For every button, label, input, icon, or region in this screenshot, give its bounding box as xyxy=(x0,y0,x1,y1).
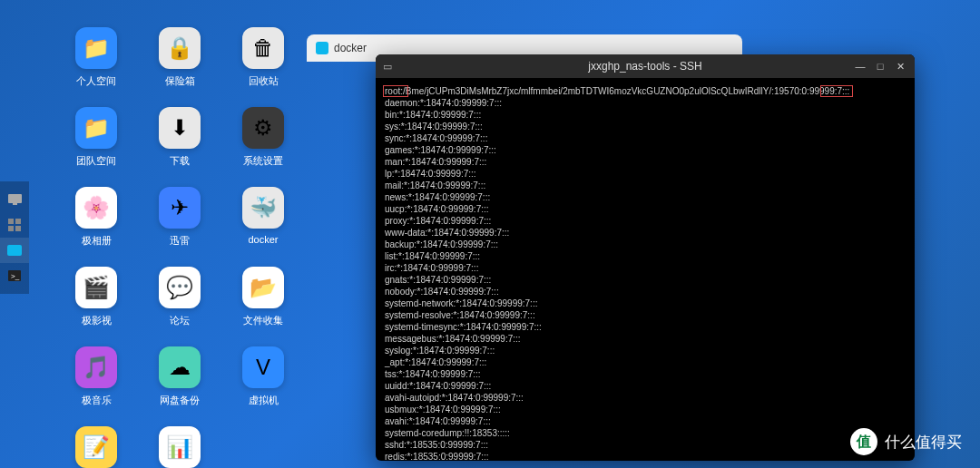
desktop-icon-15[interactable]: 📝记事本 xyxy=(54,426,138,468)
background-window-title: docker xyxy=(334,42,367,54)
dock-desktop-icon[interactable] xyxy=(0,187,29,212)
terminal-line: lp:*:18474:0:99999:7::: xyxy=(385,168,906,180)
icon-label: 极相册 xyxy=(82,234,112,248)
terminal-line: uucp:*:18474:0:99999:7::: xyxy=(385,203,906,215)
app-icon: ✈ xyxy=(159,187,201,229)
svg-rect-0 xyxy=(8,194,22,203)
terminal-line: backup:*:18474:0:99999:7::: xyxy=(385,239,906,250)
app-icon: 📂 xyxy=(242,267,284,308)
maximize-button[interactable]: □ xyxy=(871,59,889,73)
terminal-line: mail:*:18474:0:99999:7::: xyxy=(385,180,906,191)
svg-rect-6 xyxy=(7,245,22,256)
terminal-line: games:*:18474:0:99999:7::: xyxy=(385,144,906,156)
icon-label: 保险箱 xyxy=(165,74,195,88)
icon-label: 迅雷 xyxy=(170,234,190,248)
minimize-button[interactable]: — xyxy=(851,59,869,73)
desktop-icon-16[interactable]: 📊设备监控 xyxy=(138,426,221,468)
icon-label: 回收站 xyxy=(249,74,279,88)
terminal-title-icon: ▭ xyxy=(383,61,392,73)
terminal-line: avahi:*:18474:0:99999:7::: xyxy=(385,415,906,427)
app-icon: V xyxy=(242,346,284,388)
terminal-line: man:*:18474:0:99999:7::: xyxy=(385,156,906,168)
terminal-line: avahi-autoipd:*:18474:0:99999:7::: xyxy=(385,392,906,404)
desktop-icon-3[interactable]: 📁团队空间 xyxy=(54,107,138,187)
icon-label: 极音乐 xyxy=(82,394,112,407)
desktop-icon-7[interactable]: ✈迅雷 xyxy=(138,187,221,267)
terminal-line: www-data:*:18474:0:99999:7::: xyxy=(385,227,906,239)
terminal-window: ▭ jxxghp_nas-tools - SSH — □ ✕ root:/Bme… xyxy=(376,54,915,461)
terminal-line: bin:*:18474:0:99999:7::: xyxy=(385,109,906,121)
terminal-line: systemd-resolve:*:18474:0:99999:7::: xyxy=(385,309,906,321)
terminal-line: redis:*:18535:0:99999:7::: xyxy=(385,451,906,461)
dock-terminal-icon[interactable]: >_ xyxy=(0,263,29,288)
icon-label: 论坛 xyxy=(170,314,190,327)
dock-docker-icon[interactable] xyxy=(0,238,29,263)
terminal-line: sys:*:18474:0:99999:7::: xyxy=(385,121,906,132)
terminal-line: sync:*:18474:0:99999:7::: xyxy=(385,132,906,144)
desktop-icon-9[interactable]: 🎬极影视 xyxy=(54,267,138,346)
desktop-icon-2[interactable]: 🗑回收站 xyxy=(221,27,305,107)
terminal-line: systemd-network:*:18474:0:99999:7::: xyxy=(385,297,906,309)
window-controls: — □ ✕ xyxy=(851,59,909,73)
app-icon: 🎵 xyxy=(75,346,117,388)
app-icon: ⬇ xyxy=(159,107,201,149)
icon-label: 个人空间 xyxy=(76,74,116,88)
terminal-line: systemd-coredump:!!:18353::::: xyxy=(385,427,906,439)
close-button[interactable]: ✕ xyxy=(891,59,909,73)
terminal-body[interactable]: root:/Bme/jCUPm3DiMsMrbZ7jxc/mlfmmbei/2m… xyxy=(376,78,915,461)
dock-apps-icon[interactable] xyxy=(0,212,29,238)
terminal-line: proxy:*:18474:0:99999:7::: xyxy=(385,215,906,227)
terminal-line: gnats:*:18474:0:99999:7::: xyxy=(385,274,906,286)
desktop-icon-12[interactable]: 🎵极音乐 xyxy=(54,346,138,426)
icon-label: 虚拟机 xyxy=(249,394,279,407)
desktop-icon-5[interactable]: ⚙系统设置 xyxy=(221,107,305,187)
terminal-line: irc:*:18474:0:99999:7::: xyxy=(385,262,906,274)
desktop-icon-1[interactable]: 🔒保险箱 xyxy=(138,27,221,107)
app-icon: 🌸 xyxy=(75,187,117,229)
svg-rect-1 xyxy=(13,203,17,205)
app-icon: ⚙ xyxy=(242,107,284,149)
terminal-line: tss:*:18474:0:99999:7::: xyxy=(385,368,906,380)
app-icon: 🗑 xyxy=(242,27,284,69)
desktop-icon-0[interactable]: 📁个人空间 xyxy=(54,27,138,107)
icon-label: 团队空间 xyxy=(76,154,116,168)
icon-label: 网盘备份 xyxy=(160,394,200,407)
svg-rect-5 xyxy=(15,226,21,231)
icon-label: 下载 xyxy=(170,154,190,168)
terminal-line: list:*:18474:0:99999:7::: xyxy=(385,250,906,262)
svg-rect-3 xyxy=(15,219,21,224)
desktop-icon-4[interactable]: ⬇下载 xyxy=(138,107,221,187)
desktop-icon-13[interactable]: ☁网盘备份 xyxy=(138,346,221,426)
watermark-text: 什么值得买 xyxy=(885,432,962,453)
terminal-line: systemd-timesync:*:18474:0:99999:7::: xyxy=(385,321,906,333)
terminal-titlebar[interactable]: ▭ jxxghp_nas-tools - SSH — □ ✕ xyxy=(376,54,915,78)
app-icon: 📁 xyxy=(75,107,117,149)
desktop-icon-10[interactable]: 💬论坛 xyxy=(138,267,221,346)
terminal-line: daemon:*:18474:0:99999:7::: xyxy=(385,97,906,109)
watermark: 值 什么值得买 xyxy=(850,428,962,455)
terminal-line: _apt:*:18474:0:99999:7::: xyxy=(385,356,906,368)
terminal-line: uuidd:*:18474:0:99999:7::: xyxy=(385,380,906,392)
app-icon: 📊 xyxy=(159,426,201,468)
desktop-icon-11[interactable]: 📂文件收集 xyxy=(221,267,305,346)
app-icon: 🎬 xyxy=(75,267,117,308)
terminal-line: usbmux:*:18474:0:99999:7::: xyxy=(385,404,906,415)
desktop-icon-14[interactable]: V虚拟机 xyxy=(221,346,305,426)
terminal-line: messagebus:*:18474:0:99999:7::: xyxy=(385,333,906,345)
docker-icon xyxy=(316,42,328,54)
app-icon: 🐳 xyxy=(242,187,284,229)
terminal-line: nobody:*:18474:0:99999:7::: xyxy=(385,286,906,297)
desktop-icons: 📁个人空间🔒保险箱🗑回收站📁团队空间⬇下载⚙系统设置🌸极相册✈迅雷🐳docker… xyxy=(54,27,305,468)
svg-text:>_: >_ xyxy=(11,272,20,280)
desktop-icon-6[interactable]: 🌸极相册 xyxy=(54,187,138,267)
svg-rect-2 xyxy=(8,219,14,224)
terminal-line: root:/Bme/jCUPm3DiMsMrbZ7jxc/mlfmmbei/2m… xyxy=(385,85,906,97)
left-dock: >_ xyxy=(0,181,29,294)
terminal-line: syslog:*:18474:0:99999:7::: xyxy=(385,345,906,356)
icon-label: 文件收集 xyxy=(243,314,283,327)
svg-rect-4 xyxy=(8,226,14,231)
app-icon: 🔒 xyxy=(159,27,201,69)
app-icon: 💬 xyxy=(159,267,201,308)
desktop-icon-8[interactable]: 🐳docker xyxy=(221,187,305,267)
app-icon: 📁 xyxy=(75,27,117,69)
